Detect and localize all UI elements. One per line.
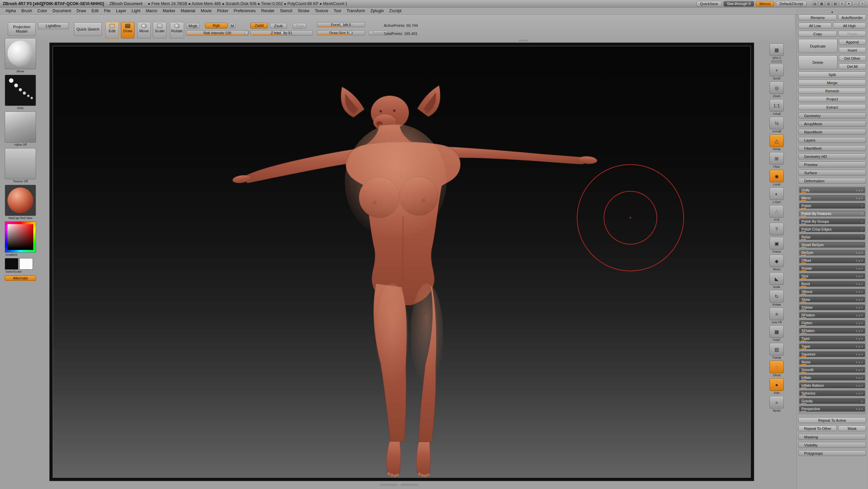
axis-selector[interactable]: x y z xyxy=(856,259,863,262)
deformation-row[interactable]: Inflate x y z xyxy=(799,375,865,380)
subpalette-header[interactable]: Visibility xyxy=(798,442,866,448)
axis-selector[interactable]: x y z xyxy=(856,298,863,301)
axis-selector[interactable]: ○ xyxy=(861,212,863,215)
subpalette-header[interactable]: NanoMesh xyxy=(798,129,866,135)
deformation-row[interactable]: Smooth x y z xyxy=(799,367,865,373)
axis-selector[interactable]: x y z xyxy=(856,408,863,411)
lsym-button[interactable]: ◐ L.Sym xyxy=(769,187,784,204)
axis-selector[interactable]: x y z xyxy=(856,306,863,309)
deformation-row[interactable]: Squeeze x y z xyxy=(799,351,865,357)
deformation-row[interactable]: Mirror x y z xyxy=(799,195,865,201)
subpalette-header[interactable]: Geometry HD xyxy=(798,153,866,159)
menu-item[interactable]: Transform xyxy=(344,8,367,14)
z-intensity-slider[interactable]: Z Intensity 51 xyxy=(250,30,313,36)
menu-item[interactable]: Material xyxy=(178,8,198,14)
linefill-button[interactable]: ≡ Line Fill xyxy=(769,308,784,324)
axis-selector[interactable]: y xyxy=(861,400,863,403)
rotate-gizmo-button[interactable]: ↻ Rotate xyxy=(769,290,784,306)
deformation-row[interactable]: Polish ○ xyxy=(799,203,865,209)
menu-item[interactable]: Edit xyxy=(89,8,101,14)
mrgb-button[interactable]: Mrgb xyxy=(186,23,200,29)
xyz-button[interactable]: ∴ XYZ xyxy=(769,205,784,221)
menu-item[interactable]: Tool xyxy=(331,8,344,14)
menu-item[interactable]: Light xyxy=(129,8,143,14)
aahalf-button[interactable]: ½ AAHalf xyxy=(769,117,784,133)
deformation-row[interactable]: Noise x y z xyxy=(799,359,865,365)
deformation-row[interactable]: Twist x y z xyxy=(799,336,865,341)
menu-item[interactable]: Draw xyxy=(74,8,89,14)
deformation-row[interactable]: Flatten x y z xyxy=(799,320,865,326)
copy-button[interactable]: Copy xyxy=(798,31,837,37)
deformation-row[interactable]: SBend x y z xyxy=(799,289,865,294)
deformation-row[interactable]: Polish Crisp Edges ○ xyxy=(799,227,865,232)
axis-selector[interactable]: x y z xyxy=(856,290,863,293)
restore-icon[interactable]: □ xyxy=(853,1,858,6)
spix-button[interactable]: ▦ SPix 3 xyxy=(769,43,784,62)
menu-item[interactable]: File xyxy=(101,8,113,14)
axis-selector[interactable]: x y z xyxy=(856,275,863,278)
m-button[interactable]: M xyxy=(229,23,236,29)
zsub-button[interactable]: Zsub xyxy=(270,23,287,29)
menu-item[interactable]: Zscript xyxy=(386,8,404,14)
deformation-row[interactable]: Unify x y z xyxy=(799,187,865,193)
deformation-row[interactable]: Perspective x y z xyxy=(799,406,865,412)
deformation-row[interactable]: Skew x y z xyxy=(799,297,865,302)
defaultzscript-button[interactable]: DefaultZScript xyxy=(776,1,807,6)
axis-selector[interactable]: x y z xyxy=(856,376,863,379)
polyframe-button[interactable]: ▩ PolyF xyxy=(769,325,784,342)
subpalette-header[interactable]: Masking xyxy=(798,434,866,440)
solo-button[interactable]: ● Solo xyxy=(769,378,784,395)
menu-item[interactable]: Marker xyxy=(160,8,178,14)
deformation-row[interactable]: Offset x y z xyxy=(799,258,865,263)
move-gizmo-button[interactable]: ◆ Move xyxy=(769,255,784,271)
menu-toggle-icon[interactable]: ≡ xyxy=(839,1,845,6)
current-alpha-thumbnail[interactable] xyxy=(5,111,36,143)
deformation-row[interactable]: Spherize x y z xyxy=(799,391,865,396)
axis-selector[interactable]: x y z xyxy=(856,392,863,395)
scale-gizmo-button[interactable]: ◣ Scale xyxy=(769,272,784,289)
draw-size-handle[interactable] xyxy=(349,31,352,35)
repeat-to-active-button[interactable]: Repeat To Active xyxy=(798,417,866,423)
document-canvas[interactable] xyxy=(49,42,754,481)
subpalette-header[interactable]: Polygroups xyxy=(798,450,866,456)
duplicate-button[interactable]: Duplicate xyxy=(798,39,837,53)
xpose-button[interactable]: » Xpose xyxy=(769,396,784,412)
zoom-button[interactable]: ◎ Zoom xyxy=(769,82,784,98)
panel-button[interactable]: Extract xyxy=(798,104,866,110)
menu-item[interactable]: Alpha xyxy=(3,8,19,14)
menu-item[interactable]: Movie xyxy=(198,8,214,14)
deformation-row[interactable]: RFlatten x y z xyxy=(799,312,865,318)
palette-dock-icon[interactable]: ▧ xyxy=(832,1,838,6)
deformation-row[interactable]: Inflate Balloon x y z xyxy=(799,383,865,388)
subpalette-header[interactable]: Preview xyxy=(798,162,866,167)
move-button[interactable]: Move xyxy=(137,22,151,38)
quicksave-button[interactable]: QuickSave xyxy=(697,1,721,6)
dock-left-icon[interactable]: ▤ xyxy=(812,1,818,6)
axis-selector[interactable]: x y z xyxy=(856,361,863,364)
current-stroke-thumbnail[interactable] xyxy=(5,75,36,106)
floor-button[interactable]: ⊞ Floor xyxy=(769,152,784,168)
frame-button[interactable]: ▣ Frame xyxy=(769,237,784,253)
zcut-button[interactable]: Zcut xyxy=(293,23,306,29)
deformation-row[interactable]: SFlatten x y z xyxy=(799,328,865,333)
secondary-color-swatch[interactable] xyxy=(19,258,33,270)
axis-selector[interactable]: ○ xyxy=(861,228,863,231)
append-button[interactable]: Append xyxy=(839,39,866,45)
deformation-row[interactable]: Gravity y xyxy=(799,398,865,404)
axis-selector[interactable]: x y z xyxy=(856,189,863,192)
subpalette-header[interactable]: FiberMesh xyxy=(798,145,866,151)
ghost-button[interactable]: ◌ Ghost xyxy=(769,361,784,377)
lightbox-button[interactable]: LightBox xyxy=(38,22,69,29)
rgb-intensity-handle[interactable] xyxy=(245,31,248,35)
rotate-button[interactable]: Rotate xyxy=(170,22,184,38)
deformation-row[interactable]: SSkew x y z xyxy=(799,305,865,310)
paste-button[interactable]: Paste xyxy=(838,31,866,37)
menu-item[interactable]: Document xyxy=(50,8,74,14)
see-through-slider[interactable]: See-through 0 xyxy=(724,1,754,6)
scale-button[interactable]: Scale xyxy=(153,22,166,38)
main-color-swatch[interactable] xyxy=(5,258,18,270)
scroll-button[interactable]: + Scroll xyxy=(769,64,784,80)
deformation-row[interactable]: Polish By Groups ○ xyxy=(799,219,865,224)
del-all-button[interactable]: Del All xyxy=(839,64,866,69)
shelf-divider-handle[interactable] xyxy=(519,40,528,41)
